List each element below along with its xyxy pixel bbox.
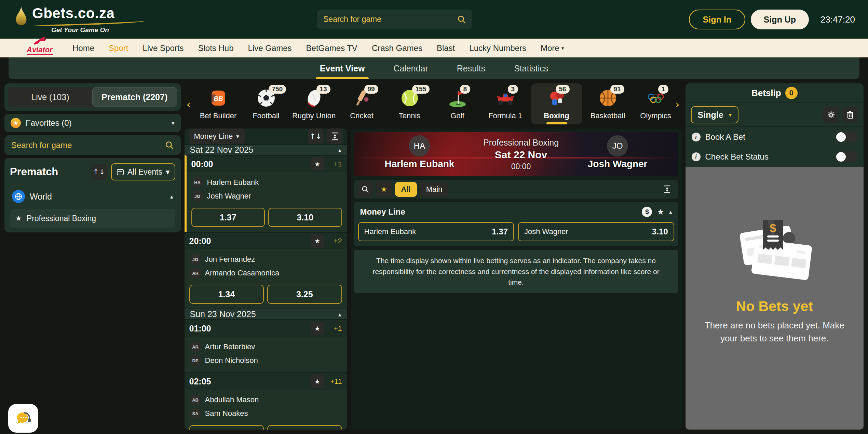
info-icon: i xyxy=(692,133,701,141)
favorite-star-button[interactable]: ★ xyxy=(311,157,324,171)
sport-football[interactable]: 750 Football xyxy=(244,83,288,120)
nav-item-live-games[interactable]: Live Games xyxy=(248,43,292,53)
nav-item-blast[interactable]: Blast xyxy=(437,43,455,53)
nav-item-crash-games[interactable]: Crash Games xyxy=(372,43,422,53)
market-filter-dropdown[interactable]: Money Line ▾ xyxy=(189,128,245,144)
aviator-logo[interactable]: Aviator xyxy=(27,36,53,55)
collapse-all-button[interactable] xyxy=(327,128,343,144)
star-icon: ★ xyxy=(15,214,22,222)
match-row[interactable]: 20:00 ★ +2 JOJon Fernandez ARArmando Cas… xyxy=(185,232,347,309)
banner-league: Professional Boxing xyxy=(483,138,559,148)
brand-logo[interactable]: Gbets.co.za Get Your Game On xyxy=(14,5,145,34)
favorite-markets-button[interactable]: ★ xyxy=(376,181,392,197)
support-chat-button[interactable] xyxy=(8,404,38,433)
filter-all-button[interactable]: All xyxy=(395,182,417,197)
check-bet-status-toggle[interactable] xyxy=(836,151,857,162)
outcome-button[interactable]: Harlem Eubank 1.37 xyxy=(358,222,514,241)
more-markets-count[interactable]: +1 xyxy=(328,160,342,168)
filter-main-button[interactable]: Main xyxy=(420,182,449,197)
sport-formula-1[interactable]: 3 Formula 1 xyxy=(483,83,528,120)
more-markets-count[interactable]: +1 xyxy=(328,324,342,333)
odds-button[interactable]: 3.25 xyxy=(267,285,342,304)
date-group-header[interactable]: Sat 22 Nov 2025 ▴ xyxy=(185,144,347,155)
sign-up-button[interactable]: Sign Up xyxy=(751,10,809,29)
favorite-star-button[interactable]: ★ xyxy=(311,234,324,248)
sport-tennis[interactable]: 155 Tennis xyxy=(388,83,432,120)
favorite-star-button[interactable]: ★ xyxy=(311,375,324,388)
outcome-button[interactable]: Josh Wagner 3.10 xyxy=(518,222,674,241)
avatar: AB xyxy=(190,394,201,405)
book-a-bet-toggle[interactable] xyxy=(836,132,857,143)
category-world[interactable]: World ▴ xyxy=(10,187,175,206)
count-badge: 91 xyxy=(610,85,624,94)
no-bets-text: There are no bets placed yet. Make your … xyxy=(699,319,850,345)
market-search-button[interactable] xyxy=(357,181,373,197)
sport-golf[interactable]: 8 Golf xyxy=(435,83,480,120)
nav-item-more[interactable]: More▾ xyxy=(541,43,564,53)
sport-basketball[interactable]: 91 Basketball xyxy=(586,83,630,120)
money-line-market: Money Line $ ★ ▴ Harlem Eubank 1.37 xyxy=(354,202,678,246)
tab-results[interactable]: Results xyxy=(456,57,487,79)
date-group-header[interactable]: Sun 23 Nov 2025 ▴ xyxy=(185,309,347,319)
prematch-title: Prematch xyxy=(10,166,91,178)
carousel-next-button[interactable]: › xyxy=(676,98,680,110)
more-markets-count[interactable]: +11 xyxy=(328,377,342,385)
nav-item-betgames-tv[interactable]: BetGames TV xyxy=(306,43,357,53)
match-row[interactable]: 00:00 ★ +1 HAHarlem Eubank JOJosh Wagner… xyxy=(185,155,347,232)
bet-mode-dropdown[interactable]: Single ▾ xyxy=(691,106,739,123)
chat-headset-icon xyxy=(14,410,32,426)
more-markets-count[interactable]: +2 xyxy=(328,237,342,245)
sport-rugby-union[interactable]: 13 Rugby Union xyxy=(292,83,336,120)
favorite-star-button[interactable]: ★ xyxy=(311,322,324,335)
sort-button[interactable]: ↑↓ xyxy=(308,128,324,144)
all-events-dropdown[interactable]: All Events ▾ xyxy=(111,163,175,180)
match-row[interactable]: 01:00 ★ +1 ARArtur Beterbiev DEDeon Nich… xyxy=(185,319,347,372)
sidebar-search-input[interactable] xyxy=(11,140,165,150)
odds-button[interactable]: 1.23 xyxy=(189,425,264,430)
game-search-bar[interactable] xyxy=(317,10,472,29)
sort-button[interactable]: ↑↓ xyxy=(91,164,107,180)
sidebar-search-bar[interactable] xyxy=(4,135,181,155)
home-fighter: HA Harlem Eubank xyxy=(385,135,455,174)
prematch-section: Prematch ↑↓ All Events ▾ xyxy=(4,158,181,232)
carousel-prev-button[interactable]: ‹ xyxy=(187,98,191,110)
match-row[interactable]: 02:05 ★ +11 ABAbdullah Mason SASam Noake… xyxy=(185,372,347,430)
favorite-market-star[interactable]: ★ xyxy=(657,207,664,217)
boosted-odds-icon[interactable]: $ xyxy=(642,207,652,217)
betslip-clear-button[interactable] xyxy=(842,107,858,123)
game-search-input[interactable] xyxy=(323,15,457,24)
avatar: JO xyxy=(192,191,203,202)
count-badge: 56 xyxy=(556,85,570,94)
league-professional-boxing[interactable]: ★ Professional Boxing xyxy=(10,209,175,228)
odds-button[interactable]: 3.10 xyxy=(268,208,342,227)
sport-clipped[interactable]: R xyxy=(681,83,682,120)
collapse-all-button[interactable] xyxy=(659,181,675,197)
odds-button[interactable]: 1.34 xyxy=(189,285,264,304)
sport-boxing[interactable]: 56 Boxing xyxy=(531,83,582,124)
tab-calendar[interactable]: Calendar xyxy=(392,57,429,79)
nav-item-sport[interactable]: Sport xyxy=(109,43,128,53)
betslip-settings-button[interactable] xyxy=(823,107,839,123)
odds-button[interactable]: 1.37 xyxy=(191,208,265,227)
odds-button[interactable]: 4.20 xyxy=(267,425,342,430)
live-toggle[interactable]: Live (103) xyxy=(8,87,92,107)
chevron-up-icon[interactable]: ▴ xyxy=(669,208,672,215)
sport-olympics[interactable]: 1 Olympics xyxy=(634,83,678,120)
nav-item-slots-hub[interactable]: Slots Hub xyxy=(198,43,233,53)
prematch-toggle[interactable]: Prematch (2207) xyxy=(92,87,177,107)
nav-item-lucky-numbers[interactable]: Lucky Numbers xyxy=(469,43,526,53)
favorites-row[interactable]: ★ Favorites (0) ▾ xyxy=(4,114,181,132)
sport-bet-builder[interactable]: BB Bet Builder xyxy=(196,83,241,120)
site-logo-text: Gbets.co.za xyxy=(32,5,114,22)
sport-cricket[interactable]: 99 Cricket xyxy=(340,83,384,120)
bet-builder-icon: BB xyxy=(208,87,229,109)
tab-statistics[interactable]: Statistics xyxy=(513,57,550,79)
nav-item-home[interactable]: Home xyxy=(72,43,94,53)
chevron-up-icon: ▴ xyxy=(338,311,341,318)
tab-event-view[interactable]: Event View xyxy=(318,57,366,79)
nav-item-live-sports[interactable]: Live Sports xyxy=(143,43,184,53)
sport-view-tabs: Event View Calendar Results Statistics xyxy=(9,57,859,79)
sign-in-button[interactable]: Sign In xyxy=(689,10,745,29)
betslip-empty-state: $ No Bets yet There are no bets placed y… xyxy=(686,167,864,430)
banner-time: 00:00 xyxy=(511,162,531,171)
